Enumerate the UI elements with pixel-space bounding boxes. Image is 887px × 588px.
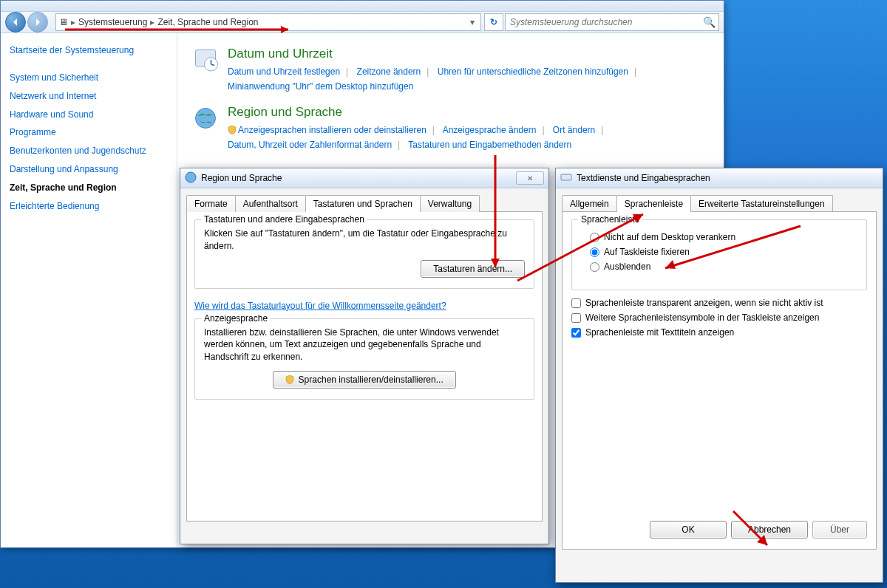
keyboard-icon bbox=[560, 171, 572, 185]
link-location[interactable]: Ort ändern bbox=[553, 125, 595, 135]
window-titlebar[interactable] bbox=[1, 1, 724, 12]
region-language-dialog: Region und Sprache ✕ Formate Aufenthalts… bbox=[180, 168, 549, 544]
tab-page: Sprachenleiste Nicht auf dem Desktop ver… bbox=[562, 211, 877, 550]
search-icon: 🔍 bbox=[703, 16, 716, 28]
tab-strip: Formate Aufenthaltsort Tastaturen und Sp… bbox=[180, 188, 548, 211]
tab-page: Tastaturen und andere Eingabesprachen Kl… bbox=[186, 211, 543, 522]
sidebar-item-ease[interactable]: Erleichterte Bedienung bbox=[10, 197, 171, 216]
link-keyboards[interactable]: Tastaturen und Eingabemethoden ändern bbox=[408, 140, 571, 150]
shield-icon bbox=[285, 375, 294, 384]
globe-icon bbox=[192, 105, 219, 131]
check-text-labels[interactable]: Sprachenleiste mit Texttiteln anzeigen bbox=[571, 327, 867, 338]
chevron-right-icon: ▸ bbox=[150, 17, 154, 27]
chevron-down-icon[interactable]: ▾ bbox=[467, 17, 478, 27]
sidebar-item-programs[interactable]: Programme bbox=[10, 123, 171, 142]
address-bar: 🖥 ▸ Systemsteuerung ▸ Zeit, Sprache und … bbox=[1, 12, 724, 33]
change-keyboards-button[interactable]: Tastaturen ändern... bbox=[421, 260, 525, 278]
install-languages-button[interactable]: Sprachen installieren/deinstallieren... bbox=[273, 371, 455, 389]
shield-icon bbox=[228, 124, 237, 133]
radio-hidden[interactable]: Ausblenden bbox=[590, 261, 857, 272]
forward-button[interactable] bbox=[27, 12, 48, 33]
dialog-title: Textdienste und Eingabesprachen bbox=[577, 173, 710, 183]
check-extra-icons[interactable]: Weitere Sprachenleistensymbole in der Ta… bbox=[571, 312, 867, 323]
refresh-button[interactable]: ↻ bbox=[484, 13, 503, 31]
chevron-right-icon: ▸ bbox=[71, 17, 75, 27]
category-title[interactable]: Region und Sprache bbox=[228, 105, 709, 120]
breadcrumb-item[interactable]: Systemsteuerung bbox=[78, 17, 147, 27]
sidebar-home[interactable]: Startseite der Systemsteuerung bbox=[10, 45, 171, 55]
category-title[interactable]: Datum und Uhrzeit bbox=[228, 47, 709, 61]
tab-location[interactable]: Aufenthaltsort bbox=[235, 195, 306, 212]
tab-language-bar[interactable]: Sprachenleiste bbox=[616, 195, 691, 212]
radio-floating[interactable]: Nicht auf dem Desktop verankern bbox=[590, 232, 857, 242]
svg-point-5 bbox=[186, 172, 196, 182]
sidebar-item-accounts[interactable]: Benutzerkonten und Jugendschutz bbox=[10, 142, 171, 160]
breadcrumb[interactable]: 🖥 ▸ Systemsteuerung ▸ Zeit, Sprache und … bbox=[55, 13, 481, 31]
sidebar-item-system[interactable]: System und Sicherheit bbox=[10, 69, 171, 87]
group-text: Klicken Sie auf "Tastaturen ändern", um … bbox=[204, 228, 525, 253]
tab-admin[interactable]: Verwaltung bbox=[420, 195, 480, 212]
category-date-time: Datum und Uhrzeit Datum und Uhrzeit fest… bbox=[192, 47, 709, 95]
back-button[interactable] bbox=[5, 12, 26, 33]
link-formats[interactable]: Datum, Uhrzeit oder Zahlenformat ändern bbox=[228, 140, 392, 150]
link-set-date[interactable]: Datum und Uhrzeit festlegen bbox=[228, 66, 340, 77]
group-language-bar: Sprachenleiste Nicht auf dem Desktop ver… bbox=[571, 219, 867, 290]
sidebar-item-hardware[interactable]: Hardware und Sound bbox=[10, 106, 171, 124]
tab-keyboards[interactable]: Tastaturen und Sprachen bbox=[305, 195, 421, 212]
cancel-button[interactable]: Abbrechen bbox=[731, 521, 808, 539]
group-title: Tastaturen und andere Eingabesprachen bbox=[201, 214, 367, 225]
link-install-lang[interactable]: Anzeigesprachen installieren oder deinst… bbox=[238, 125, 426, 135]
link-display-lang[interactable]: Anzeigesprache ändern bbox=[443, 125, 537, 135]
sidebar-item-time-lang[interactable]: Zeit, Sprache und Region bbox=[10, 179, 171, 197]
tab-general[interactable]: Allgemein bbox=[562, 195, 617, 212]
search-box[interactable]: 🔍 bbox=[505, 13, 719, 31]
dialog-titlebar[interactable]: Textdienste und Eingabesprachen bbox=[556, 168, 883, 188]
sidebar-item-network[interactable]: Netzwerk und Internet bbox=[10, 87, 171, 106]
globe-icon bbox=[185, 171, 197, 185]
text-services-dialog: Textdienste und Eingabesprachen Allgemei… bbox=[555, 168, 883, 583]
dialog-titlebar[interactable]: Region und Sprache ✕ bbox=[180, 168, 548, 188]
link-gadget[interactable]: Minianwendung "Uhr" dem Desktop hinzufüg… bbox=[228, 81, 413, 92]
svg-point-4 bbox=[196, 108, 216, 128]
group-text: Installieren bzw. deinstallieren Sie Spr… bbox=[204, 327, 525, 363]
apply-button[interactable]: Über bbox=[812, 521, 867, 539]
link-clocks[interactable]: Uhren für unterschiedliche Zeitzonen hin… bbox=[438, 66, 628, 77]
link-timezone[interactable]: Zeitzone ändern bbox=[357, 66, 421, 77]
breadcrumb-item[interactable]: Zeit, Sprache und Region bbox=[157, 17, 258, 27]
close-button[interactable]: ✕ bbox=[516, 171, 544, 185]
radio-taskbar[interactable]: Auf Taskleiste fixieren bbox=[590, 247, 857, 257]
tab-advanced[interactable]: Erweiterte Tastatureinstellungen bbox=[690, 195, 833, 212]
search-input[interactable] bbox=[509, 16, 703, 28]
group-display-lang: Anzeigesprache Installieren bzw. deinsta… bbox=[194, 318, 534, 400]
group-keyboards: Tastaturen und andere Eingabesprachen Kl… bbox=[194, 219, 534, 289]
tab-formate[interactable]: Formate bbox=[186, 195, 236, 212]
breadcrumb-icon: 🖥 bbox=[59, 17, 68, 27]
group-title: Sprachenleiste bbox=[578, 214, 642, 225]
group-title: Anzeigesprache bbox=[201, 313, 271, 324]
dialog-title: Region und Sprache bbox=[201, 173, 282, 183]
help-link[interactable]: Wie wird das Tastaturlayout für die Will… bbox=[194, 301, 446, 311]
sidebar-item-appearance[interactable]: Darstellung und Anpassung bbox=[10, 160, 171, 179]
clock-icon bbox=[192, 47, 219, 73]
category-region-lang: Region und Sprache Anzeigesprachen insta… bbox=[192, 105, 709, 153]
tab-strip: Allgemein Sprachenleiste Erweiterte Tast… bbox=[556, 188, 883, 211]
ok-button[interactable]: OK bbox=[650, 521, 727, 539]
check-transparent[interactable]: Sprachenleiste transparent anzeigen, wen… bbox=[571, 298, 867, 308]
sidebar: Startseite der Systemsteuerung System un… bbox=[1, 33, 177, 547]
svg-rect-6 bbox=[561, 174, 571, 180]
